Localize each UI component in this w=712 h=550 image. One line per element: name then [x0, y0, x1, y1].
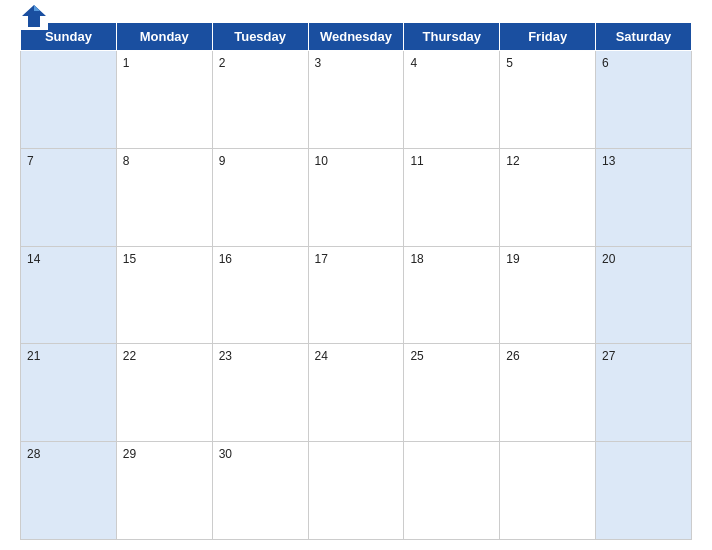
calendar-empty [596, 442, 692, 540]
day-number: 27 [602, 349, 615, 363]
calendar-empty [21, 51, 117, 149]
calendar-week-1: 123456 [21, 51, 692, 149]
calendar-day-28: 28 [21, 442, 117, 540]
calendar-day-27: 27 [596, 344, 692, 442]
weekday-header-wednesday: Wednesday [308, 23, 404, 51]
day-number: 23 [219, 349, 232, 363]
day-number: 9 [219, 154, 226, 168]
day-number: 7 [27, 154, 34, 168]
day-number: 29 [123, 447, 136, 461]
calendar-week-2: 78910111213 [21, 148, 692, 246]
day-number: 10 [315, 154, 328, 168]
calendar-empty [308, 442, 404, 540]
day-number: 18 [410, 252, 423, 266]
day-number: 1 [123, 56, 130, 70]
day-number: 2 [219, 56, 226, 70]
calendar-day-24: 24 [308, 344, 404, 442]
day-number: 3 [315, 56, 322, 70]
calendar-day-25: 25 [404, 344, 500, 442]
calendar-day-5: 5 [500, 51, 596, 149]
day-number: 6 [602, 56, 609, 70]
calendar-day-18: 18 [404, 246, 500, 344]
day-number: 16 [219, 252, 232, 266]
day-number: 24 [315, 349, 328, 363]
calendar-day-22: 22 [116, 344, 212, 442]
calendar-table: SundayMondayTuesdayWednesdayThursdayFrid… [20, 22, 692, 540]
calendar-week-5: 282930 [21, 442, 692, 540]
calendar-day-19: 19 [500, 246, 596, 344]
day-number: 28 [27, 447, 40, 461]
calendar-day-3: 3 [308, 51, 404, 149]
calendar-day-16: 16 [212, 246, 308, 344]
day-number: 4 [410, 56, 417, 70]
weekday-header-row: SundayMondayTuesdayWednesdayThursdayFrid… [21, 23, 692, 51]
day-number: 21 [27, 349, 40, 363]
day-number: 14 [27, 252, 40, 266]
day-number: 5 [506, 56, 513, 70]
day-number: 26 [506, 349, 519, 363]
calendar-day-7: 7 [21, 148, 117, 246]
calendar-day-11: 11 [404, 148, 500, 246]
calendar-body: 1234567891011121314151617181920212223242… [21, 51, 692, 540]
logo-icon [20, 2, 48, 30]
calendar-day-12: 12 [500, 148, 596, 246]
calendar-empty [404, 442, 500, 540]
calendar-day-1: 1 [116, 51, 212, 149]
day-number: 15 [123, 252, 136, 266]
weekday-header-friday: Friday [500, 23, 596, 51]
day-number: 17 [315, 252, 328, 266]
day-number: 20 [602, 252, 615, 266]
calendar-day-29: 29 [116, 442, 212, 540]
day-number: 12 [506, 154, 519, 168]
calendar-day-4: 4 [404, 51, 500, 149]
calendar-week-4: 21222324252627 [21, 344, 692, 442]
calendar-empty [500, 442, 596, 540]
calendar-day-14: 14 [21, 246, 117, 344]
calendar-day-9: 9 [212, 148, 308, 246]
day-number: 8 [123, 154, 130, 168]
weekday-header-monday: Monday [116, 23, 212, 51]
calendar-header-row: SundayMondayTuesdayWednesdayThursdayFrid… [21, 23, 692, 51]
calendar-day-8: 8 [116, 148, 212, 246]
weekday-header-saturday: Saturday [596, 23, 692, 51]
day-number: 25 [410, 349, 423, 363]
calendar-week-3: 14151617181920 [21, 246, 692, 344]
calendar-header [20, 10, 692, 16]
calendar-day-20: 20 [596, 246, 692, 344]
calendar-day-17: 17 [308, 246, 404, 344]
day-number: 30 [219, 447, 232, 461]
calendar-day-15: 15 [116, 246, 212, 344]
weekday-header-tuesday: Tuesday [212, 23, 308, 51]
calendar-day-30: 30 [212, 442, 308, 540]
logo [20, 2, 52, 30]
weekday-header-thursday: Thursday [404, 23, 500, 51]
calendar-day-21: 21 [21, 344, 117, 442]
calendar-day-10: 10 [308, 148, 404, 246]
calendar-day-2: 2 [212, 51, 308, 149]
day-number: 11 [410, 154, 423, 168]
calendar-day-13: 13 [596, 148, 692, 246]
day-number: 22 [123, 349, 136, 363]
calendar-day-23: 23 [212, 344, 308, 442]
day-number: 13 [602, 154, 615, 168]
day-number: 19 [506, 252, 519, 266]
calendar-day-6: 6 [596, 51, 692, 149]
calendar-day-26: 26 [500, 344, 596, 442]
